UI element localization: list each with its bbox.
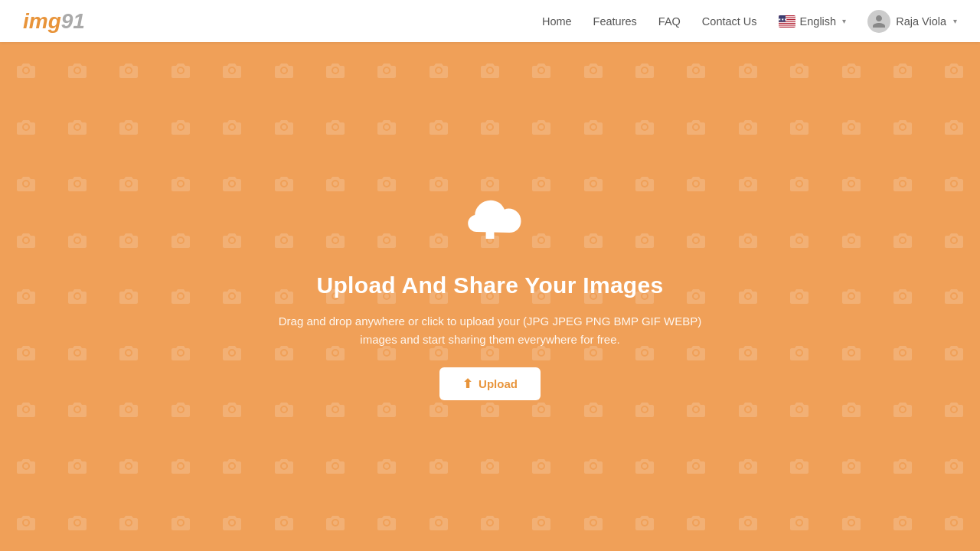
camera-cell <box>722 269 773 325</box>
camera-cell <box>103 269 155 325</box>
camera-cell <box>103 438 155 494</box>
camera-cell <box>413 99 464 155</box>
camera-cell <box>774 99 825 155</box>
camera-cell <box>258 494 309 551</box>
logo-num: 91 <box>61 9 85 33</box>
camera-cell <box>929 155 980 212</box>
camera-cell <box>155 494 206 551</box>
camera-cell <box>206 494 257 551</box>
camera-cell <box>825 99 877 155</box>
camera-cell <box>206 42 257 99</box>
camera-cell <box>51 212 103 269</box>
camera-cell <box>51 155 103 212</box>
user-chevron-icon: ▾ <box>953 17 957 25</box>
svg-rect-5 <box>779 24 795 24</box>
camera-cell <box>155 269 206 325</box>
camera-cell <box>516 438 567 494</box>
camera-cell <box>464 99 515 155</box>
hero-subtitle: Drag and drop anywhere or click to uploa… <box>276 312 704 349</box>
camera-cell <box>722 324 773 381</box>
camera-cell <box>722 99 773 155</box>
camera-cell <box>929 381 980 438</box>
user-menu[interactable]: Raja Viola ▾ <box>867 10 957 33</box>
camera-cell <box>877 494 928 551</box>
camera-cell <box>103 212 155 269</box>
camera-cell <box>361 99 413 155</box>
camera-cell <box>929 269 980 325</box>
camera-cell <box>877 42 928 99</box>
camera-cell <box>103 324 155 381</box>
camera-cell <box>51 269 103 325</box>
camera-cell <box>51 99 103 155</box>
nav-contact[interactable]: Contact Us <box>702 15 757 28</box>
camera-cell <box>206 324 257 381</box>
camera-cell <box>206 155 257 212</box>
camera-cell <box>103 42 155 99</box>
camera-cell <box>825 324 877 381</box>
camera-cell <box>774 381 825 438</box>
camera-cell <box>929 42 980 99</box>
lang-chevron-icon: ▾ <box>842 17 846 25</box>
nav-home[interactable]: Home <box>542 15 572 28</box>
camera-cell <box>877 269 928 325</box>
camera-cell <box>258 42 309 99</box>
camera-cell <box>0 99 51 155</box>
camera-cell <box>774 212 825 269</box>
camera-cell <box>722 42 773 99</box>
camera-cell <box>722 494 773 551</box>
camera-cell <box>206 212 257 269</box>
camera-cell <box>103 494 155 551</box>
camera-cell <box>103 155 155 212</box>
camera-cell <box>206 381 257 438</box>
camera-cell <box>413 494 464 551</box>
camera-cell <box>155 212 206 269</box>
camera-cell <box>155 381 206 438</box>
camera-cell <box>155 438 206 494</box>
svg-text:★★★: ★★★ <box>779 17 788 21</box>
camera-cell <box>309 438 361 494</box>
camera-cell <box>361 42 413 99</box>
camera-cell <box>258 99 309 155</box>
camera-cell <box>567 42 619 99</box>
camera-cell <box>825 155 877 212</box>
camera-cell <box>413 42 464 99</box>
language-selector[interactable]: ★★★ English ▾ <box>779 15 847 28</box>
camera-cell <box>774 324 825 381</box>
site-logo[interactable]: img91 <box>23 9 85 34</box>
camera-cell <box>0 269 51 325</box>
upload-button[interactable]: ⬆ Upload <box>439 367 541 400</box>
camera-cell <box>51 438 103 494</box>
camera-cell <box>155 155 206 212</box>
camera-cell <box>51 494 103 551</box>
user-avatar <box>867 10 890 33</box>
camera-cell <box>309 42 361 99</box>
camera-cell <box>0 324 51 381</box>
camera-cell <box>774 438 825 494</box>
logo-img: img <box>23 9 61 33</box>
camera-cell <box>206 99 257 155</box>
camera-cell <box>877 381 928 438</box>
camera-cell <box>464 42 515 99</box>
camera-cell <box>877 99 928 155</box>
nav-faq[interactable]: FAQ <box>658 15 681 28</box>
camera-cell <box>619 494 670 551</box>
camera-cell <box>103 381 155 438</box>
camera-cell <box>774 494 825 551</box>
hero-section: Upload And Share Your Images Drag and dr… <box>0 42 980 551</box>
camera-cell <box>361 494 413 551</box>
svg-rect-4 <box>779 21 795 22</box>
lang-label: English <box>800 15 837 28</box>
camera-cell <box>722 155 773 212</box>
camera-cell <box>929 324 980 381</box>
camera-cell <box>825 269 877 325</box>
cloud-upload-icon <box>456 194 524 251</box>
camera-cell <box>0 438 51 494</box>
user-name: Raja Viola <box>896 15 946 28</box>
camera-cell <box>877 438 928 494</box>
camera-cell <box>825 212 877 269</box>
nav-features[interactable]: Features <box>593 15 637 28</box>
camera-cell <box>567 99 619 155</box>
camera-cell <box>929 99 980 155</box>
camera-cell <box>671 494 722 551</box>
upload-btn-label: Upload <box>479 377 518 390</box>
